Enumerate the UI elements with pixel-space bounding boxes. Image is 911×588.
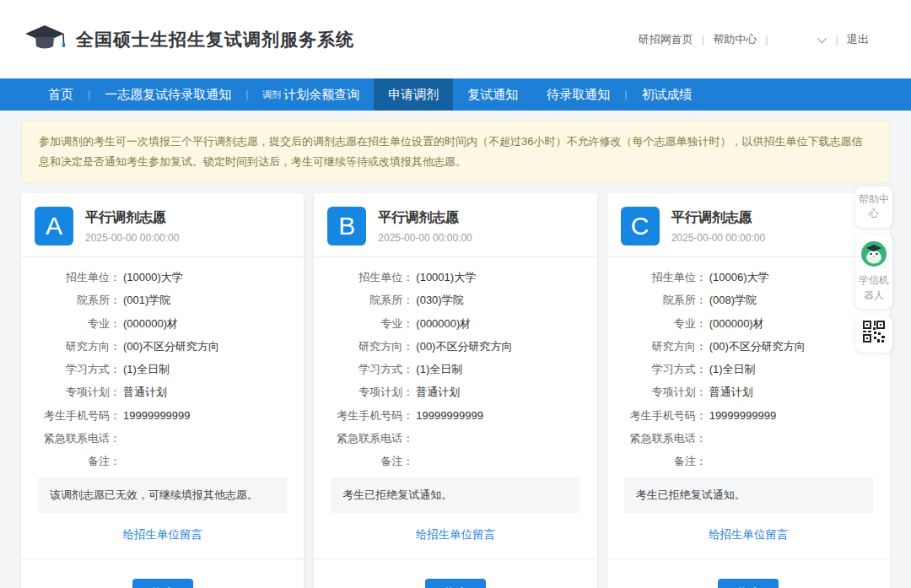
field-value: (10000)大学 [123, 271, 183, 284]
field-label: 备注： [619, 455, 707, 468]
field-label: 考生手机号码： [33, 409, 121, 423]
adjustment-card-b: B 平行调剂志愿 2025-00-00 00:00:00 招生单位：(10001… [314, 193, 596, 588]
field-value: 19999999999 [123, 409, 191, 423]
field-label: 招生单位： [326, 271, 413, 284]
header: 全国硕士生招生复试调剂服务系统 研招网首页 | 帮助中心 | | 退出 [0, 0, 911, 78]
field-label: 学习方式： [33, 363, 121, 376]
field-label: 专项计划： [33, 386, 121, 399]
field-label: 专业： [619, 317, 707, 331]
floating-panel: 帮助中心 学信机器人 [855, 186, 892, 353]
card-datetime: 2025-00-00 00:00:00 [671, 232, 765, 244]
card-header: C 平行调剂志愿 2025-00-00 00:00:00 [607, 193, 890, 257]
field-label: 学习方式： [326, 363, 413, 376]
message-to-unit-link[interactable]: 给招生单位留言 [326, 513, 585, 558]
field-value: (10001)大学 [416, 271, 476, 284]
chevron-down-icon[interactable] [817, 33, 826, 42]
header-divider: | [765, 33, 768, 46]
status-message: 考生已拒绝复试通知。 [624, 477, 873, 513]
field-label: 紧急联系电话： [33, 432, 121, 445]
field-label: 备注： [33, 455, 121, 468]
message-to-unit-link[interactable]: 给招生单位留言 [619, 513, 878, 558]
robot-label: 学信机器人 [859, 274, 889, 300]
card-letter-badge: C [621, 207, 660, 245]
field-label: 专业： [326, 317, 413, 331]
card-title: 平行调剂志愿 [85, 207, 179, 227]
field-label: 院系所： [619, 294, 707, 307]
field-value: 19999999999 [416, 409, 483, 423]
card-header: B 平行调剂志愿 2025-00-00 00:00:00 [314, 193, 596, 257]
card-title: 平行调剂志愿 [378, 207, 472, 227]
field-value: (000000)材 [709, 317, 764, 331]
field-label: 研究方向： [33, 340, 121, 353]
field-value: 普通计划 [123, 386, 167, 399]
field-label: 考生手机号码： [619, 409, 707, 423]
field-value: (10006)大学 [709, 271, 769, 284]
nav-item-plan-balance-query[interactable]: 调剂 计划余额查询 [248, 78, 374, 111]
field-label: 研究方向： [619, 340, 707, 353]
card-datetime: 2025-00-00 00:00:00 [378, 232, 472, 244]
xuexin-robot-widget[interactable]: 学信机器人 [855, 235, 892, 309]
field-label: 院系所： [33, 294, 121, 307]
nav-item-apply-adjustment[interactable]: 申请调剂 [374, 78, 453, 111]
link-logout[interactable]: 退出 [847, 32, 869, 47]
field-label: 院系所： [326, 294, 413, 307]
brand: 全国硕士生招生复试调剂服务系统 [25, 23, 354, 57]
card-title: 平行调剂志愿 [671, 207, 765, 227]
field-label: 招生单位： [619, 271, 707, 284]
header-divider: | [836, 33, 838, 46]
card-header: A 平行调剂志愿 2025-00-00 00:00:00 [21, 193, 304, 257]
field-value: 普通计划 [709, 386, 753, 399]
link-yanzhao-home[interactable]: 研招网首页 [639, 32, 693, 47]
adjustment-card-a: A 平行调剂志愿 2025-00-00 00:00:00 招生单位：(10000… [21, 193, 304, 588]
field-label: 招生单位： [33, 271, 121, 284]
nav-item-first-choice-notice[interactable]: 一志愿复试待录取通知 [90, 78, 245, 111]
adjustment-cards: A 平行调剂志愿 2025-00-00 00:00:00 招生单位：(10000… [21, 193, 890, 588]
link-help-center[interactable]: 帮助中心 [713, 32, 757, 47]
card-footer: 修改 [314, 558, 596, 588]
field-value: (001)学院 [123, 294, 170, 307]
field-value: (00)不区分研究方向 [709, 340, 806, 353]
card-footer: 修改 [21, 558, 304, 588]
card-body: 招生单位：(10001)大学 院系所：(030)学院 专业：(000000)材 … [314, 257, 596, 558]
qr-code-widget[interactable] [855, 316, 892, 353]
field-label: 紧急联系电话： [619, 432, 707, 445]
nav-item-admission-notice[interactable]: 待录取通知 [532, 78, 624, 111]
graduation-cap-icon [25, 23, 66, 57]
card-footer: 修改 [607, 558, 890, 588]
field-label: 备注： [326, 455, 413, 468]
message-to-unit-link[interactable]: 给招生单位留言 [33, 513, 292, 558]
field-value: (008)学院 [709, 294, 757, 307]
robot-avatar-icon [858, 241, 890, 271]
edit-button[interactable]: 修改 [425, 579, 486, 588]
nav-item-initial-scores[interactable]: 初试成绩 [627, 78, 706, 111]
field-value: (030)学院 [416, 294, 463, 307]
field-value: (000000)材 [416, 317, 471, 331]
field-value: 普通计划 [416, 386, 460, 399]
header-divider: | [702, 33, 704, 46]
status-message: 该调剂志愿已无效，可继续填报其他志愿。 [38, 477, 287, 513]
field-label: 研究方向： [326, 340, 413, 353]
help-center-widget[interactable]: 帮助中心 [855, 186, 892, 228]
notice-banner: 参加调剂的考生可一次填报三个平行调剂志愿，提交后的调剂志愿在招生单位设置的时间内… [21, 121, 890, 183]
adjustment-card-c: C 平行调剂志愿 2025-00-00 00:00:00 招生单位：(10006… [607, 193, 890, 588]
nav-item-home[interactable]: 首页 [34, 78, 88, 111]
field-value: 19999999999 [709, 409, 777, 423]
field-value: (000000)材 [123, 317, 178, 331]
field-label: 学习方式： [619, 363, 707, 376]
field-label: 专业： [33, 317, 121, 331]
field-value: (1)全日制 [123, 363, 170, 376]
qr-code-icon [863, 321, 885, 347]
field-label: 紧急联系电话： [326, 432, 413, 445]
card-body: 招生单位：(10006)大学 院系所：(008)学院 专业：(000000)材 … [607, 257, 890, 558]
card-datetime: 2025-00-00 00:00:00 [85, 232, 179, 244]
edit-button[interactable]: 修改 [132, 579, 193, 588]
field-label: 专项计划： [326, 386, 413, 399]
header-links: 研招网首页 | 帮助中心 | | 退出 [639, 32, 886, 47]
field-value: (1)全日制 [709, 363, 756, 376]
nav-item-reexam-notice[interactable]: 复试通知 [453, 78, 532, 111]
edit-button[interactable]: 修改 [718, 579, 779, 588]
field-label: 考生手机号码： [326, 409, 413, 423]
field-value: (00)不区分研究方向 [416, 340, 512, 353]
field-label: 专项计划： [619, 386, 707, 399]
field-value: (00)不区分研究方向 [123, 340, 219, 353]
